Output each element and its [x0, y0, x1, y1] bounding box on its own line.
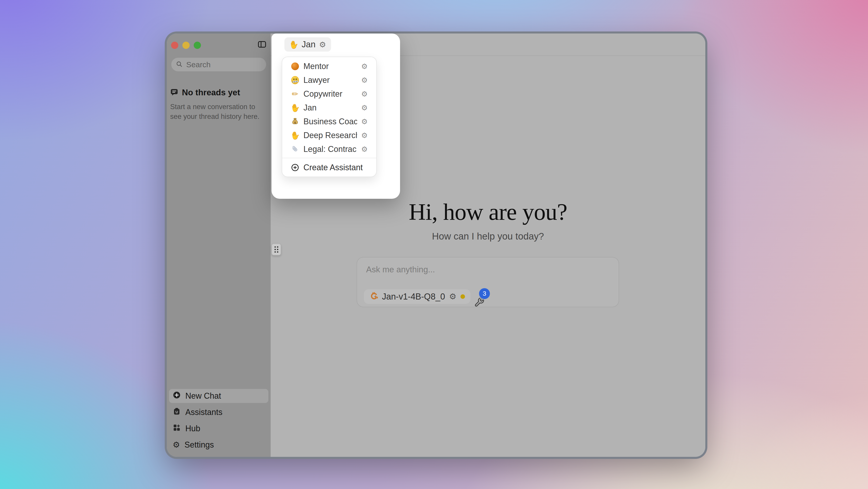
circle-plus-icon [173, 391, 181, 401]
sidebar: No threads yet Start a new conversation … [167, 33, 271, 457]
assistant-item-business-coach[interactable]: $ Business Coach ⚙ [282, 115, 376, 128]
sidebar-item-label: New Chat [185, 391, 221, 401]
wave-emoji: ✋ [290, 130, 300, 140]
sidebar-toggle-icon[interactable] [257, 40, 266, 49]
orange-circle-emoji [291, 62, 299, 71]
grip-dots-icon [275, 246, 278, 253]
assistant-selector-label: Jan [302, 40, 315, 49]
assistant-label: Legal: Contrac... [304, 145, 357, 154]
empty-state-description: Start a new conversation to see your thr… [170, 102, 263, 121]
sidebar-item-label: Assistants [185, 407, 222, 417]
tools-count-badge: 3 [478, 287, 491, 300]
tools-button[interactable]: 3 [474, 297, 485, 307]
assistant-menu: Mentor ⚙ Lawyer ⚙ ✏ Copywriter ⚙ ✋ Jan ⚙… [282, 57, 377, 177]
assistant-item-jan[interactable]: ✋ Jan ⚙ [282, 101, 376, 115]
greeting-subtitle: How can I help you today? [271, 231, 705, 242]
svg-text:$: $ [294, 121, 296, 124]
traffic-lights [171, 42, 201, 49]
assistant-item-legal[interactable]: Legal: Contrac... ⚙ [282, 142, 376, 156]
empty-state-title: No threads yet [182, 88, 240, 97]
search-icon [176, 61, 183, 68]
gear-icon[interactable]: ⚙ [361, 77, 368, 84]
message-square-icon [170, 88, 178, 97]
gear-icon[interactable]: ⚙ [361, 132, 368, 139]
desktop-background: No threads yet Start a new conversation … [0, 0, 868, 489]
assistant-item-deep-research[interactable]: ✋ Deep Research ⚙ [282, 128, 376, 142]
wave-emoji: ✋ [288, 39, 299, 50]
gear-icon[interactable]: ⚙ [361, 104, 368, 112]
model-status-dot [461, 294, 465, 299]
assistant-label: Jan [304, 103, 357, 113]
sidebar-resize-handle[interactable] [272, 244, 281, 255]
assistant-popover: ✋ Jan ⚙ Mentor ⚙ Lawyer ⚙ ✏ Copywriter ⚙… [272, 33, 400, 199]
empty-state: No threads yet Start a new conversation … [170, 88, 266, 121]
pencil-emoji: ✏ [291, 90, 299, 98]
gear-icon[interactable]: ⚙ [361, 63, 368, 70]
greeting-heading: Hi, how are you? [271, 198, 705, 225]
llamacpp-icon [369, 292, 378, 301]
model-settings-gear-icon[interactable]: ⚙ [449, 293, 456, 301]
assistant-item-copywriter[interactable]: ✏ Copywriter ⚙ [282, 87, 376, 101]
gear-icon[interactable]: ⚙ [361, 146, 368, 153]
assistant-label: Lawyer [304, 75, 357, 85]
sidebar-nav: New Chat Assistants Hub ⚙ Settings [169, 389, 268, 452]
create-assistant-button[interactable]: Create Assistant [282, 158, 376, 177]
assistant-label: Mentor [304, 62, 357, 71]
sidebar-item-label: Settings [184, 440, 214, 450]
sidebar-item-assistants[interactable]: Assistants [169, 405, 268, 419]
sidebar-item-settings[interactable]: ⚙ Settings [169, 438, 268, 452]
settings-gear-icon: ⚙ [173, 441, 180, 449]
gear-icon[interactable]: ⚙ [361, 118, 368, 125]
assistant-label: Business Coach [304, 117, 357, 126]
model-name: Jan-v1-4B-Q8_0 [382, 292, 445, 302]
create-assistant-label: Create Assistant [304, 163, 363, 172]
search-input[interactable] [186, 60, 254, 69]
composer-card: Jan-v1-4B-Q8_0 ⚙ 3 [356, 257, 619, 307]
gear-icon[interactable]: ⚙ [361, 90, 368, 98]
assistant-label: Deep Research [304, 131, 357, 140]
model-selector[interactable]: Jan-v1-4B-Q8_0 ⚙ [364, 289, 470, 304]
circle-plus-outline-icon [291, 163, 299, 172]
paperclip-emoji [289, 143, 301, 155]
hub-blocks-icon [173, 424, 181, 434]
minimize-button[interactable] [182, 42, 190, 49]
app-window: No threads yet Start a new conversation … [167, 33, 705, 457]
assistant-selector-trigger[interactable]: ✋ Jan ⚙ [284, 37, 331, 52]
assistant-item-mentor[interactable]: Mentor ⚙ [282, 59, 376, 73]
zoom-button[interactable] [194, 42, 201, 49]
sidebar-item-hub[interactable]: Hub [169, 422, 268, 435]
message-input[interactable] [366, 265, 570, 275]
wave-emoji: ✋ [290, 102, 300, 113]
assistants-robot-icon [173, 407, 181, 418]
assistant-item-lawyer[interactable]: Lawyer ⚙ [282, 73, 376, 87]
assistant-label: Copywriter [304, 89, 357, 99]
sidebar-item-new-chat[interactable]: New Chat [169, 389, 268, 403]
sidebar-item-label: Hub [185, 424, 200, 433]
close-button[interactable] [171, 42, 178, 49]
gear-icon[interactable]: ⚙ [319, 41, 326, 49]
zipper-face-emoji [291, 76, 299, 85]
money-bag-emoji: $ [291, 117, 299, 126]
search-box [171, 58, 266, 71]
